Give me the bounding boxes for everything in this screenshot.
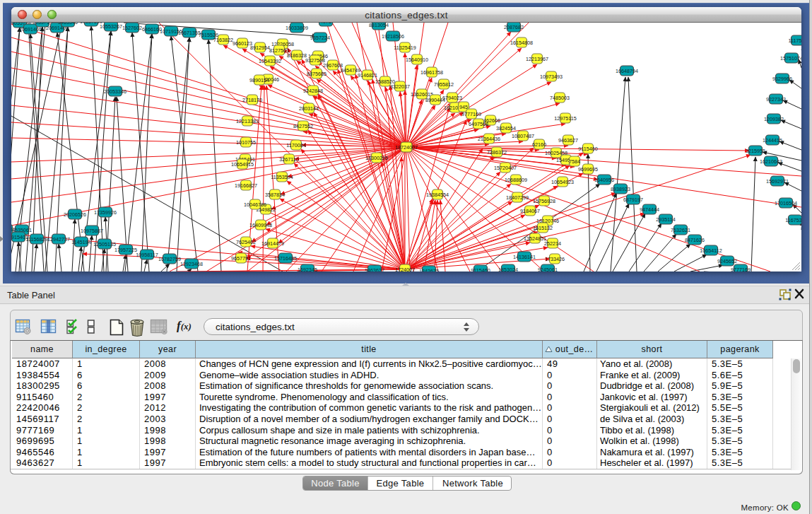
svg-text:7386372: 7386372 <box>487 149 507 156</box>
svg-text:3215955: 3215955 <box>746 148 765 154</box>
svg-text:18300295: 18300295 <box>365 155 388 161</box>
svg-text:9463627: 9463627 <box>558 137 578 144</box>
svg-text:10553267: 10553267 <box>100 23 122 30</box>
svg-text:16671355: 16671355 <box>178 30 201 36</box>
svg-text:16914479: 16914479 <box>261 240 284 247</box>
svg-text:8471626: 8471626 <box>685 237 705 243</box>
svg-text:16648794: 16648794 <box>616 68 638 74</box>
svg-text:4075: 4075 <box>320 23 331 25</box>
svg-text:11325419: 11325419 <box>394 45 416 51</box>
svg-text:17016504: 17016504 <box>775 200 797 206</box>
svg-text:62160: 62160 <box>532 141 546 148</box>
svg-text:12942737: 12942737 <box>47 236 70 243</box>
svg-text:1145194: 1145194 <box>71 239 90 245</box>
svg-text:7955812: 7955812 <box>434 81 454 88</box>
svg-text:10654112: 10654112 <box>700 247 722 254</box>
svg-text:9245652: 9245652 <box>717 258 737 264</box>
svg-text:15751074: 15751074 <box>780 55 801 62</box>
svg-text:12975115: 12975115 <box>554 115 576 122</box>
svg-text:9463627: 9463627 <box>365 267 384 272</box>
svg-text:9474444: 9474444 <box>640 206 659 213</box>
svg-text:9777169: 9777169 <box>461 111 481 117</box>
svg-text:15692971: 15692971 <box>766 178 789 185</box>
svg-text:9890154: 9890154 <box>249 77 269 83</box>
svg-text:3267110: 3267110 <box>279 156 298 163</box>
svg-text:17957225: 17957225 <box>114 247 137 253</box>
svg-text:9115460: 9115460 <box>578 146 597 152</box>
svg-text:1010755: 1010755 <box>236 139 256 146</box>
svg-text:8322037: 8322037 <box>390 83 410 90</box>
svg-text:7625402: 7625402 <box>236 239 256 245</box>
svg-text:9657791: 9657791 <box>231 255 251 262</box>
svg-text:8912954: 8912954 <box>250 45 270 51</box>
svg-text:6497568: 6497568 <box>469 121 488 127</box>
svg-text:13524851: 13524851 <box>524 235 546 242</box>
svg-text:15640910: 15640910 <box>406 57 428 63</box>
svg-text:2967608: 2967608 <box>323 62 343 69</box>
svg-text:10688609: 10688609 <box>505 177 527 183</box>
svg-text:3824554: 3824554 <box>496 125 516 132</box>
svg-text:1244415: 1244415 <box>763 137 782 144</box>
svg-text:1342675: 1342675 <box>419 268 439 272</box>
svg-text:11353594: 11353594 <box>271 174 293 180</box>
svg-text:945: 945 <box>459 104 468 110</box>
svg-text:3587834: 3587834 <box>265 192 285 198</box>
svg-text:8813054: 8813054 <box>369 23 389 28</box>
svg-text:6879197: 6879197 <box>623 197 643 203</box>
svg-text:16409948: 16409948 <box>249 222 272 228</box>
svg-text:1170084: 1170084 <box>286 142 305 148</box>
svg-text:7163822: 7163822 <box>213 37 233 43</box>
svg-text:1167533: 1167533 <box>785 217 801 223</box>
svg-text:10973493: 10973493 <box>540 74 563 80</box>
svg-text:19218506: 19218506 <box>382 33 404 40</box>
svg-text:19166827: 19166827 <box>235 182 257 189</box>
svg-text:10543392: 10543392 <box>259 58 281 64</box>
svg-text:10975887: 10975887 <box>81 228 103 234</box>
svg-text:1615132: 1615132 <box>533 225 553 231</box>
svg-text:19384554: 19384554 <box>426 192 449 198</box>
svg-text:9777169: 9777169 <box>731 267 751 272</box>
svg-text:7584: 7584 <box>569 158 580 165</box>
svg-text:20206526: 20206526 <box>64 211 86 218</box>
svg-text:10654915: 10654915 <box>231 161 254 168</box>
svg-text:9465546: 9465546 <box>58 23 78 25</box>
svg-text:9227343: 9227343 <box>766 96 786 103</box>
svg-text:10958117: 10958117 <box>136 252 158 258</box>
svg-text:9245061: 9245061 <box>538 267 558 272</box>
svg-text:1527602: 1527602 <box>122 25 142 31</box>
svg-text:1209382: 1209382 <box>764 116 784 122</box>
svg-text:16210643: 16210643 <box>760 158 782 165</box>
svg-text:7485003: 7485003 <box>550 95 570 101</box>
svg-text:8938923: 8938923 <box>611 186 630 192</box>
svg-text:18724007: 18724007 <box>395 144 418 151</box>
svg-text:14136141: 14136141 <box>513 254 536 260</box>
svg-text:10046786: 10046786 <box>244 201 266 208</box>
svg-text:9699695: 9699695 <box>578 166 598 173</box>
svg-text:2803144: 2803144 <box>299 105 319 112</box>
svg-text:9184067: 9184067 <box>520 208 540 214</box>
svg-text:9329966: 9329966 <box>772 76 792 82</box>
svg-text:12213383: 12213383 <box>236 118 259 124</box>
svg-text:21364436: 21364436 <box>478 136 500 142</box>
svg-text:6466160: 6466160 <box>142 26 162 33</box>
svg-text:1640956: 1640956 <box>594 177 614 183</box>
svg-text:15756928: 15756928 <box>533 198 555 204</box>
svg-text:8127503: 8127503 <box>269 47 289 54</box>
svg-text:16033809: 16033809 <box>286 25 308 31</box>
svg-text:1733426: 1733426 <box>545 256 565 262</box>
svg-text:16961758: 16961758 <box>420 69 443 76</box>
svg-text:12505135: 12505135 <box>93 241 116 247</box>
svg-text:10807487: 10807487 <box>512 133 534 139</box>
svg-text:12923468: 12923468 <box>180 261 203 267</box>
svg-text:7632621: 7632621 <box>671 227 690 233</box>
svg-text:2935114: 2935114 <box>656 216 675 223</box>
svg-text:252214: 252214 <box>544 240 561 247</box>
svg-text:1724007: 1724007 <box>395 267 415 272</box>
svg-text:12213967: 12213967 <box>526 56 548 62</box>
svg-text:10654923: 10654923 <box>551 179 574 185</box>
svg-text:11156829: 11156829 <box>26 236 48 243</box>
svg-text:1117543: 1117543 <box>789 37 801 44</box>
svg-text:9357224: 9357224 <box>310 35 330 41</box>
svg-text:9146821: 9146821 <box>358 72 377 78</box>
svg-text:15720407: 15720407 <box>494 165 517 171</box>
